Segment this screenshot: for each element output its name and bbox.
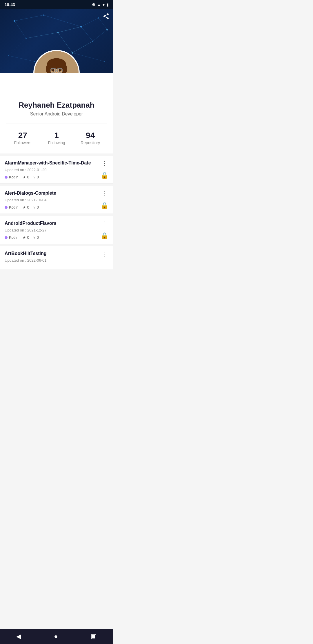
- star-icon: ★: [23, 175, 26, 179]
- svg-line-15: [14, 21, 26, 38]
- star-count: 0: [27, 235, 29, 240]
- followers-stat[interactable]: 27 Followers: [6, 129, 40, 148]
- repo-card: Alert-Dialogs-Complete⋮Updated on : 2021…: [0, 186, 113, 214]
- repo-stars: ★0: [23, 175, 29, 179]
- fork-count: 0: [37, 235, 39, 240]
- fork-icon: ⑂: [33, 175, 36, 179]
- fork-icon: ⑂: [33, 205, 36, 209]
- repo-meta: Kotlin★0⑂0: [5, 235, 108, 240]
- repo-header: AlarmManager-with-Specific-Time-Date⋮: [5, 160, 108, 166]
- star-icon: ★: [23, 205, 26, 209]
- repo-updated: Updated on : 2022-01-20: [5, 168, 108, 172]
- avatar-container: [33, 50, 80, 73]
- language-name: Kotlin: [9, 175, 19, 179]
- repo-meta: Kotlin★0⑂0: [5, 205, 108, 209]
- repo-header: AndroidProductFlavors⋮: [5, 221, 108, 227]
- svg-point-35: [59, 69, 61, 72]
- svg-line-19: [81, 27, 93, 41]
- svg-line-17: [26, 32, 58, 38]
- repo-header: ArtBookHiltTesting⋮: [5, 251, 108, 257]
- svg-point-34: [52, 69, 54, 72]
- repo-header: Alert-Dialogs-Complete⋮: [5, 191, 108, 196]
- svg-line-13: [43, 15, 81, 27]
- svg-point-39: [56, 72, 57, 73]
- svg-line-23: [9, 56, 35, 61]
- lock-icon: 🔒: [101, 202, 108, 209]
- repository-stat[interactable]: 94 Repository: [73, 129, 107, 148]
- star-icon: ★: [23, 235, 26, 240]
- fork-count: 0: [37, 205, 39, 209]
- settings-icon: ⚙: [92, 3, 95, 7]
- svg-line-16: [58, 27, 81, 32]
- avatar: [33, 50, 80, 73]
- lock-icon: 🔒: [101, 172, 108, 179]
- hero-banner: [0, 9, 113, 73]
- followers-count: 27: [9, 131, 37, 140]
- svg-line-18: [93, 30, 107, 41]
- fork-count: 0: [37, 175, 39, 179]
- repo-language: Kotlin: [5, 235, 19, 240]
- repo-name: AlarmManager-with-Specific-Time-Date: [5, 160, 100, 166]
- repo-stars: ★0: [23, 205, 29, 209]
- repo-card: AlarmManager-with-Specific-Time-Date⋮Upd…: [0, 156, 113, 184]
- repo-language: Kotlin: [5, 175, 19, 179]
- stats-row: 27 Followers 1 Following 94 Repository: [6, 124, 107, 148]
- svg-line-12: [14, 15, 43, 21]
- profile-section: Reyhaneh Ezatpanah Senior Android Develo…: [0, 73, 113, 153]
- repo-menu-button[interactable]: ⋮: [100, 191, 108, 196]
- svg-line-22: [9, 38, 26, 56]
- following-label: Following: [48, 140, 65, 145]
- repository-count: 94: [76, 131, 104, 140]
- followers-label: Followers: [14, 140, 31, 145]
- language-name: Kotlin: [9, 235, 19, 240]
- status-bar: 10:43 ⚙ ▲ ▾ ▮: [0, 0, 113, 9]
- repo-menu-button[interactable]: ⋮: [100, 221, 108, 227]
- repo-name: Alert-Dialogs-Complete: [5, 191, 100, 196]
- language-dot: [5, 236, 8, 239]
- following-count: 1: [43, 131, 71, 140]
- wifi-icon: ▾: [103, 3, 105, 7]
- star-count: 0: [27, 205, 29, 209]
- profile-title: Senior Android Developer: [0, 111, 113, 117]
- language-name: Kotlin: [9, 205, 19, 209]
- lock-icon: 🔒: [101, 232, 108, 240]
- svg-line-14: [81, 18, 99, 27]
- repo-name: AndroidProductFlavors: [5, 221, 100, 226]
- repo-updated: Updated on : 2022-06-01: [5, 258, 108, 263]
- language-dot: [5, 206, 8, 209]
- repo-card: AndroidProductFlavors⋮Updated on : 2021-…: [0, 216, 113, 244]
- repo-name: ArtBookHiltTesting: [5, 251, 100, 256]
- repo-forks: ⑂0: [33, 175, 39, 179]
- battery-icon: ▮: [106, 3, 108, 7]
- profile-name: Reyhaneh Ezatpanah: [0, 101, 113, 110]
- repo-updated: Updated on : 2021-12-27: [5, 228, 108, 232]
- repo-stars: ★0: [23, 235, 29, 240]
- status-time: 10:43: [5, 2, 15, 7]
- share-button[interactable]: [103, 13, 110, 21]
- repo-forks: ⑂0: [33, 205, 39, 209]
- fork-icon: ⑂: [33, 235, 36, 240]
- repo-meta: Kotlin★0⑂0: [5, 175, 108, 179]
- repo-language: Kotlin: [5, 205, 19, 209]
- repo-card: ArtBookHiltTesting⋮Updated on : 2022-06-…: [0, 246, 113, 270]
- repo-updated: Updated on : 2021-10-04: [5, 198, 108, 202]
- repo-forks: ⑂0: [33, 235, 39, 240]
- repo-list: AlarmManager-with-Specific-Time-Date⋮Upd…: [0, 156, 113, 270]
- avatar-image: [34, 51, 79, 73]
- repository-label: Repository: [81, 140, 100, 145]
- language-dot: [5, 176, 8, 179]
- status-icons: ⚙ ▲ ▾ ▮: [92, 3, 108, 7]
- star-count: 0: [27, 175, 29, 179]
- repo-menu-button[interactable]: ⋮: [100, 251, 108, 257]
- following-stat[interactable]: 1 Following: [40, 129, 74, 148]
- signal-icon: ▲: [97, 3, 101, 7]
- repo-menu-button[interactable]: ⋮: [100, 160, 108, 166]
